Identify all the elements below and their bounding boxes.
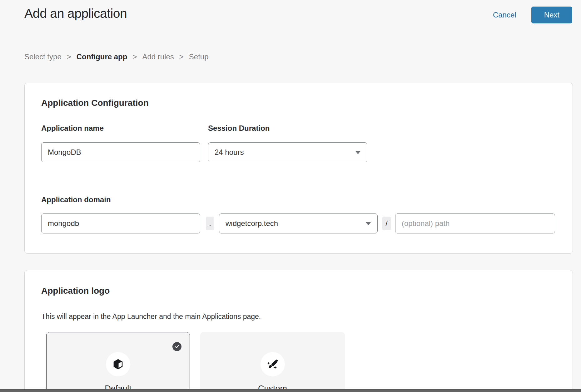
- chevron-down-icon: [365, 222, 371, 225]
- chevron-down-icon: [355, 151, 361, 154]
- breadcrumb: Select type > Configure app > Add rules …: [24, 52, 209, 61]
- chevron-separator: >: [132, 52, 137, 61]
- config-card-title: Application Configuration: [41, 98, 149, 108]
- paintbrush-icon: [266, 358, 279, 371]
- application-name-label: Application name: [41, 124, 104, 133]
- subdomain-input[interactable]: [41, 213, 200, 233]
- selected-check-icon: [172, 342, 181, 351]
- application-configuration-card: Application Configuration Application na…: [24, 83, 573, 254]
- custom-logo-circle: [261, 352, 285, 376]
- domain-select-value: widgetcorp.tech: [226, 219, 278, 228]
- cube-icon: [112, 358, 125, 371]
- step-add-rules[interactable]: Add rules: [142, 52, 174, 61]
- step-setup[interactable]: Setup: [189, 52, 209, 61]
- slash-separator: /: [382, 217, 391, 230]
- logo-card-title: Application logo: [41, 286, 110, 296]
- step-configure-app[interactable]: Configure app: [77, 52, 127, 61]
- page-title: Add an application: [24, 6, 127, 21]
- header-actions: Cancel Next: [493, 7, 572, 23]
- cancel-button[interactable]: Cancel: [493, 11, 516, 19]
- session-duration-select[interactable]: 24 hours: [208, 142, 367, 162]
- step-select-type[interactable]: Select type: [24, 52, 62, 61]
- session-duration-value: 24 hours: [215, 148, 244, 157]
- application-name-input[interactable]: [41, 142, 200, 162]
- logo-option-default[interactable]: Default: [46, 332, 190, 392]
- domain-select[interactable]: widgetcorp.tech: [219, 213, 378, 233]
- application-logo-card: Application logo This will appear in the…: [24, 270, 573, 392]
- default-logo-circle: [106, 352, 130, 376]
- next-button[interactable]: Next: [531, 7, 572, 23]
- dot-separator: .: [206, 217, 214, 230]
- logo-option-custom[interactable]: Custom: [200, 332, 345, 392]
- window-bottom-edge: [0, 389, 581, 392]
- path-input[interactable]: [395, 213, 555, 233]
- session-duration-label: Session Duration: [208, 124, 270, 133]
- chevron-separator: >: [179, 52, 184, 61]
- logo-card-description: This will appear in the App Launcher and…: [41, 312, 261, 321]
- chevron-separator: >: [67, 52, 71, 61]
- application-domain-label: Application domain: [41, 195, 111, 204]
